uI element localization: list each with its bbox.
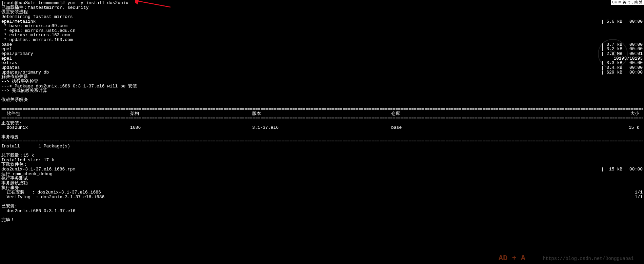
blank-line <box>1 130 643 135</box>
separator: ========================================… <box>1 116 643 121</box>
table-header: 软件包 架构 版本 仓库 大小 <box>1 111 643 116</box>
output-line: --> 执行事务检查 <box>1 79 643 84</box>
output-line: 设置安装进程 <box>1 10 643 15</box>
output-line: Installed size: 17 k <box>1 158 643 163</box>
output-line: * base: mirrors.cn99.com <box>1 24 643 28</box>
output-line: epel/metalink | 5.6 kB 00:00 <box>1 19 643 24</box>
output-line: extras | 3.3 kB 00:00 <box>1 61 643 65</box>
separator: ========================================… <box>1 139 643 144</box>
prompt-line[interactable]: [root@bdaSolr temmmmmm]# yum -y install … <box>1 1 643 5</box>
output-line: 完毕！ <box>1 218 643 223</box>
output-line: 运行 rpm_check_debug <box>1 172 643 177</box>
output-line: epel/primary | 2.9 MB 00:01 <box>1 52 643 56</box>
output-line: dos2unix-3.1-37.el6.i686.rpm | 15 kB 00:… <box>1 167 643 172</box>
output-line: updates | 3.4 kB 00:00 <box>1 65 643 70</box>
output-line: base | 3.7 kB 00:00 <box>1 42 643 47</box>
table-row: dos2unix i686 3.1-37.el6 base 15 k <box>1 125 643 130</box>
output-line: Verifying : dos2unix-3.1-37.el6.i686 1/1 <box>1 195 643 200</box>
separator: ========================================… <box>1 107 643 112</box>
output-line: ---> Package dos2unix.i686 0:3.1-37.el6 … <box>1 84 643 89</box>
output-line: Install 1 Package(s) <box>1 144 643 149</box>
output-line: 正在安装 : dos2unix-3.1-37.el6.i686 1/1 <box>1 190 643 195</box>
blank-line <box>1 102 643 107</box>
output-line: updates/primary_db | 629 kB 00:00 <box>1 70 643 75</box>
output-line: 事务测试成功 <box>1 181 643 186</box>
output-line: epel 10193/10193 <box>1 56 643 61</box>
output-line: Determining fastest mirrors <box>1 15 643 19</box>
output-line: 总下载量：15 k <box>1 153 643 158</box>
watermark-url: https://blog.csdn.net/Dongguabai <box>543 256 634 261</box>
output-line: 执行事务测试 <box>1 176 643 181</box>
section-header: 已安装: <box>1 204 643 209</box>
output-line: * updates: mirrors.163.com <box>1 38 643 42</box>
output-line: 事务概要 <box>1 135 643 140</box>
blank-line <box>1 200 643 204</box>
output-line: 下载软件包： <box>1 162 643 167</box>
output-line: * epel: mirrors.ustc.edu.cn <box>1 28 643 33</box>
output-line: * extras: mirrors.163.com <box>1 33 643 38</box>
blank-line <box>1 149 643 154</box>
watermark-badge: AD + A <box>499 255 525 262</box>
ime-status-badge: CH M 英 ㄅ , 简 繁 <box>611 0 644 5</box>
output-line: 已加载插件：fastestmirror, security <box>1 5 643 10</box>
output-line: epel | 3.2 kB 00:00 <box>1 47 643 52</box>
section-header: 正在安装: <box>1 121 643 126</box>
blank-line <box>1 93 643 98</box>
output-line: --> 完成依赖关系计算 <box>1 88 643 93</box>
output-line: 解决依赖关系 <box>1 75 643 79</box>
output-line: dos2unix.i686 0:3.1-37.el6 <box>1 209 643 214</box>
output-line: 依赖关系解决 <box>1 98 643 102</box>
blank-line <box>1 213 643 218</box>
